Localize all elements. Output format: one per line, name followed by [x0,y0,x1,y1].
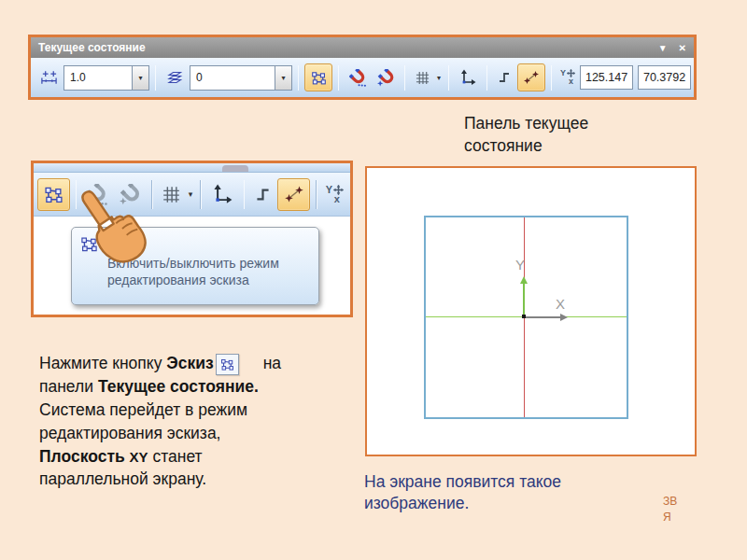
instruction-segment: панели [39,377,98,396]
screen-caption: На экране появится такое изображение. [364,471,672,514]
initials-line: ЗВ [663,495,677,508]
ortho-icon[interactable] [250,179,275,210]
separator [200,180,201,209]
layer-combobox[interactable]: 0 ▾ [190,65,292,91]
separator [316,180,317,209]
y-axis-label: Y [515,257,525,273]
coords-y-label: Y [560,69,566,77]
collapse-icon[interactable]: ▼ [658,43,668,53]
coords-x-label: x [334,195,344,203]
snap-settings-icon[interactable] [345,64,371,91]
sketch-icon [80,235,98,253]
layer-value: 0 [190,71,275,84]
zoomed-toolbar-box: ▾ Y x Эскиз Включить/в [31,161,353,317]
snap-toggle-icon[interactable] [373,64,399,91]
grid-icon[interactable] [411,64,433,91]
caption-line: изображение. [364,494,469,512]
separator [76,180,77,209]
step-value: 1.0 [64,71,132,84]
round-off-button[interactable] [517,63,545,91]
x-axis-arrow [526,316,561,318]
sketch-button[interactable] [37,178,70,211]
coord-x-field[interactable]: 125.147 [580,65,633,90]
coords-x-label: x [569,77,575,86]
ortho-icon[interactable] [493,64,515,91]
caption-line: На экране появится такое [364,472,561,491]
instruction-segment: редактирования эскиза, [39,424,220,442]
dropdown-arrow-icon[interactable]: ▾ [275,66,291,90]
close-icon[interactable]: ✕ [679,43,686,53]
sketch-icon [216,354,239,375]
separator [244,180,245,209]
x-axis-label: X [556,296,565,312]
instruction-bold: Плоскость [39,447,125,466]
author-initials: ЗВ Я [663,494,677,526]
slide: Текущее состояние ▼ ✕ 1.0 ▾ 0 ▾ [0,0,747,560]
panel-title: Текущее состояние [38,41,146,54]
local-cs-icon[interactable] [455,64,481,91]
dropdown-arrow-icon[interactable]: ▾ [437,74,441,82]
instruction-text: Нажмите кнопку Эскизна панели Текущее со… [39,352,347,491]
dropdown-arrow-icon[interactable]: ▾ [132,66,148,90]
sketch-tooltip: Эскиз Включить/выключить режим редактиро… [71,227,319,305]
instruction-bold: Текущее состояние. [98,377,259,396]
panel-caption: Панель текущее состояние [464,113,646,157]
instruction-bold: XY [130,449,148,465]
coords-y-label: Y [326,186,332,194]
y-axis-arrowhead [520,276,528,284]
instruction-segment: Система перейдет в режим [39,400,247,419]
current-state-panel: Текущее состояние ▼ ✕ 1.0 ▾ 0 ▾ [28,35,697,100]
local-cs-icon[interactable] [207,179,238,210]
zoomed-titlebar-strip [34,163,350,173]
step-icon[interactable] [35,64,62,91]
sketch-button[interactable] [304,63,332,91]
dropdown-arrow-icon[interactable]: ▾ [189,189,193,199]
drag-grip [222,165,248,172]
separator [404,65,405,91]
instruction-segment: станет [148,447,203,466]
separator [155,65,156,91]
separator [151,180,152,209]
cursor-coords-icon: Y x [326,185,344,203]
coord-y-field[interactable]: 70.3792 [638,65,691,90]
tooltip-description: Включить/выключить режим редактирования … [107,256,310,288]
cursor-coords-icon: Y x [560,69,575,86]
tooltip-title: Эскиз [106,237,144,252]
origin-point [522,315,526,318]
sketch-plane: Y X [424,216,628,419]
snap-settings-icon-disabled[interactable] [82,179,113,210]
toolbar-row: 1.0 ▾ 0 ▾ ▾ [31,58,694,97]
screen-preview: Y X [365,166,697,456]
y-axis-arrow [523,283,525,317]
instruction-segment: Нажмите кнопку [39,354,166,372]
instruction-segment: на [263,354,281,372]
grid-icon[interactable] [159,179,185,210]
zoomed-toolbar-row: ▾ Y x [34,173,350,217]
separator [338,65,339,91]
round-off-button[interactable] [277,178,310,211]
separator [551,65,552,91]
instruction-segment: параллельной экрану. [39,469,206,488]
snap-toggle-icon-disabled[interactable] [115,179,146,210]
separator [486,65,487,91]
step-combobox[interactable]: 1.0 ▾ [63,65,149,91]
panel-titlebar: Текущее состояние ▼ ✕ [31,37,694,58]
x-axis-arrowhead [560,314,568,321]
separator [298,65,299,91]
separator [448,65,449,91]
instruction-bold: Эскиз [166,354,213,372]
layers-icon[interactable] [162,64,188,91]
initials-line: Я [663,511,671,524]
